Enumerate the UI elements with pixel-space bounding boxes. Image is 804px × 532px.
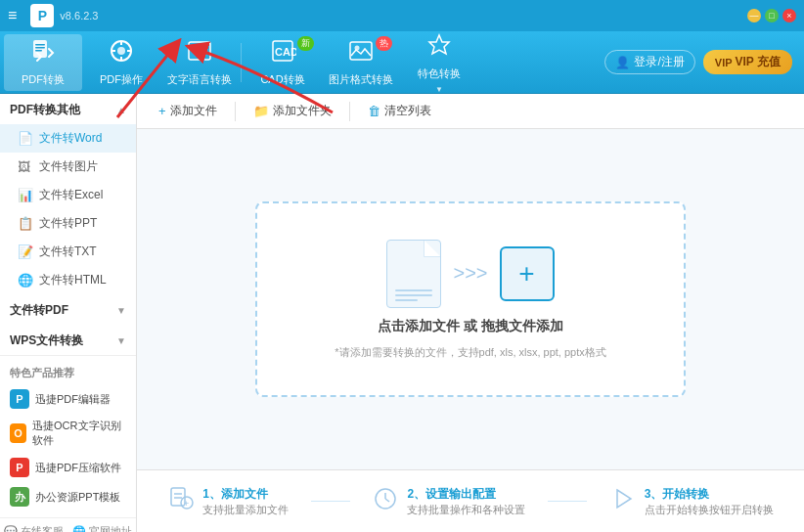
- title-bar: ≡ P v8.6.2.3 — □ ×: [0, 0, 804, 31]
- featured-pdf-editor[interactable]: P 迅捷PDF编辑器: [0, 384, 136, 414]
- svg-rect-3: [35, 50, 42, 52]
- hamburger-menu[interactable]: ≡: [8, 7, 17, 24]
- toolbar-right: 👤 登录/注册 VIP VIP 充值: [604, 50, 800, 74]
- step-sep-1: [311, 501, 350, 502]
- drop-main-text: 点击添加文件 或 拖拽文件添加: [378, 318, 563, 335]
- sidebar-item-to-html[interactable]: 🌐 文件转HTML: [0, 266, 136, 294]
- step-2-icon: [372, 485, 399, 518]
- minimize-button[interactable]: —: [747, 9, 761, 22]
- featured-title: 特色产品推荐: [0, 362, 136, 384]
- customer-service-link[interactable]: 💬 在线客服: [4, 524, 64, 532]
- svg-text:CAD: CAD: [275, 46, 296, 58]
- svg-line-27: [385, 499, 389, 502]
- toolbar: PDF转换 PDF操作 T: [0, 31, 804, 94]
- sidebar-item-to-image[interactable]: 🖼 文件转图片: [0, 153, 136, 181]
- toolbar-special[interactable]: 特色转换 ▼: [400, 34, 478, 91]
- toolbar-image[interactable]: 热 图片格式转换: [322, 34, 400, 91]
- vip-button[interactable]: VIP VIP 充值: [703, 50, 792, 74]
- step-2-text: 2、设置输出配置 支持批量操作和各种设置: [407, 486, 525, 517]
- website-link[interactable]: 🌐 官网地址: [72, 524, 132, 532]
- image-icon: [347, 37, 375, 68]
- toolbar-pdf-ops[interactable]: PDF操作: [82, 34, 160, 91]
- sidebar-section-pdf-to-other[interactable]: PDF转换其他 ▲: [0, 94, 136, 124]
- word-icon: 📄: [18, 131, 33, 146]
- toolbar-cad[interactable]: 新 CAD CAD转换: [244, 34, 322, 91]
- ppt-template-icon: 办: [10, 487, 29, 507]
- svg-point-5: [117, 47, 125, 55]
- drop-icons: >>> +: [386, 240, 554, 308]
- pdf-to-other-label: PDF转换其他: [10, 102, 80, 118]
- website-icon: 🌐: [72, 525, 86, 532]
- service-icon: 💬: [4, 525, 18, 532]
- sidebar-section-file-to-pdf[interactable]: 文件转PDF ▼: [0, 294, 136, 325]
- sidebar-item-to-txt[interactable]: 📝 文件转TXT: [0, 238, 136, 266]
- toolbar-pdf-convert-label: PDF转换: [22, 72, 65, 87]
- wps-label: WPS文件转换: [10, 332, 83, 349]
- cad-badge: 新: [297, 36, 314, 51]
- drop-zone[interactable]: >>> + 点击添加文件 或 拖拽文件添加 *请添加需要转换的文件，支持pdf,…: [137, 129, 804, 469]
- file-to-pdf-label: 文件转PDF: [10, 302, 68, 319]
- step-sep-2: [548, 501, 587, 502]
- maximize-button[interactable]: □: [765, 9, 779, 22]
- sub-sep-1: [235, 102, 236, 121]
- vip-icon: VIP: [715, 57, 733, 68]
- cad-icon: CAD: [269, 37, 296, 68]
- add-folder-button[interactable]: 📁 添加文件夹: [244, 99, 341, 123]
- sidebar-section-wps[interactable]: WPS文件转换 ▼: [0, 325, 136, 355]
- toolbar-cad-label: CAD转换: [260, 72, 304, 87]
- step-3-text: 3、开始转换 点击开始转换按钮开启转换: [645, 486, 774, 517]
- plus-icon: +: [518, 260, 534, 288]
- app-version: v8.6.2.3: [60, 10, 98, 22]
- drop-box[interactable]: >>> + 点击添加文件 或 拖拽文件添加 *请添加需要转换的文件，支持pdf,…: [255, 201, 686, 397]
- step-2: 2、设置输出配置 支持批量操作和各种设置: [372, 485, 525, 518]
- toolbar-sep-1: [241, 43, 242, 82]
- pdf-editor-icon: P: [10, 389, 29, 409]
- html-icon: 🌐: [18, 273, 33, 288]
- featured-compress[interactable]: P 迅捷PDF压缩软件: [0, 453, 136, 482]
- add-file-button[interactable]: + 添加文件: [149, 99, 227, 123]
- svg-rect-1: [35, 44, 45, 46]
- toolbar-ocr[interactable]: T 文字语言转换: [160, 34, 239, 91]
- sidebar-item-to-word[interactable]: 📄 文件转Word: [0, 124, 136, 153]
- close-button[interactable]: ×: [782, 9, 796, 22]
- featured-ppt-template[interactable]: 办 办公资源PPT模板: [0, 482, 136, 511]
- toolbar-pdf-convert[interactable]: PDF转换: [4, 34, 82, 91]
- main-layout: PDF转换其他 ▲ 📄 文件转Word 🖼 文件转图片 📊 文件转Excel 📋…: [0, 94, 804, 532]
- login-button[interactable]: 👤 登录/注册: [604, 50, 694, 74]
- compress-icon: P: [10, 458, 29, 477]
- image-badge: 热: [376, 36, 392, 51]
- content-area: + 添加文件 📁 添加文件夹 🗑 清空列表: [137, 94, 804, 532]
- sidebar-item-to-ppt[interactable]: 📋 文件转PPT: [0, 209, 136, 238]
- sub-sep-2: [349, 102, 350, 121]
- sub-toolbar: + 添加文件 📁 添加文件夹 🗑 清空列表: [137, 94, 804, 129]
- doc-line-3: [395, 299, 418, 301]
- svg-rect-20: [171, 488, 185, 506]
- add-file-icon: +: [158, 104, 166, 118]
- section-arrow-2: ▼: [116, 335, 126, 346]
- user-icon: 👤: [615, 56, 630, 69]
- sidebar-featured: 特色产品推荐 P 迅捷PDF编辑器 O 迅捷OCR文字识别软件 P 迅捷PDF压…: [0, 355, 136, 517]
- drop-hint-text: *请添加需要转换的文件，支持pdf, xls, xlsx, ppt, pptx格…: [335, 345, 606, 360]
- title-bar-left: ≡ P v8.6.2.3: [8, 4, 98, 27]
- step-3-icon: [609, 485, 637, 518]
- section-arrow-0: ▲: [116, 105, 126, 115]
- txt-icon: 📝: [18, 244, 33, 259]
- sidebar-item-to-excel[interactable]: 📊 文件转Excel: [0, 181, 136, 209]
- clear-list-button[interactable]: 🗑 清空列表: [358, 99, 441, 123]
- step-1: + 1、添加文件 支持批量添加文件: [167, 485, 289, 518]
- step-1-text: 1、添加文件 支持批量添加文件: [202, 486, 289, 517]
- svg-marker-28: [617, 490, 631, 508]
- step-1-icon: +: [167, 485, 195, 518]
- title-bar-right: — □ ×: [747, 9, 796, 22]
- featured-ocr[interactable]: O 迅捷OCR文字识别软件: [0, 414, 136, 453]
- doc-lines: [387, 289, 440, 301]
- doc-line-2: [395, 294, 432, 296]
- plus-box: +: [500, 246, 555, 301]
- app-logo: P: [30, 4, 54, 27]
- special-icon: [425, 31, 453, 63]
- svg-text:+: +: [184, 499, 189, 509]
- ocr-icon: T: [186, 37, 213, 68]
- pdf-convert-icon: [29, 37, 57, 68]
- image-file-icon: 🖼: [18, 159, 33, 174]
- add-folder-icon: 📁: [253, 104, 269, 118]
